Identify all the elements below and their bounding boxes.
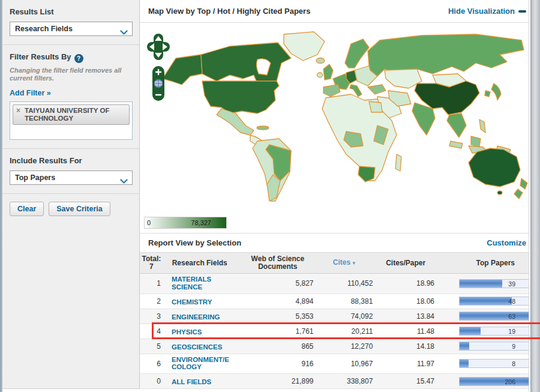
hide-visualization-label: Hide Visualization <box>448 7 515 16</box>
country-malaysia[interactable] <box>449 141 463 148</box>
include-results-dropdown[interactable]: Top Papers <box>10 170 133 185</box>
top-papers-header: Top Papers <box>462 259 529 267</box>
cites-per-paper-cell: 15.47 <box>373 377 434 385</box>
cites-header-sort[interactable]: Cites ▾ <box>314 259 374 267</box>
cites-cell: 88,381 <box>314 297 373 306</box>
documents-cell: 5,353 <box>232 312 314 321</box>
country-new-zealand[interactable] <box>520 178 527 189</box>
field-link[interactable]: PHYSICS <box>172 328 232 336</box>
table-row[interactable]: 2 CHEMISTRY 4,894 88,381 18.06 48 <box>140 294 529 309</box>
chevron-down-icon <box>120 176 128 187</box>
documents-header: Web of Science Documents <box>230 255 314 271</box>
include-results-heading: Include Results For <box>10 156 132 165</box>
sidebar: Results List Research Fields Filter Resu… <box>2 0 140 389</box>
save-criteria-button[interactable]: Save Criteria <box>49 202 110 216</box>
filter-heading-label: Filter Results By <box>10 52 71 61</box>
map-controls <box>147 34 171 103</box>
sidebar-buttons: Clear Save Criteria <box>2 194 139 224</box>
country-usa[interactable] <box>202 81 279 113</box>
country-new-zealand-south[interactable] <box>514 189 523 199</box>
country-turkey[interactable] <box>368 85 386 94</box>
remove-filter-icon[interactable]: × <box>16 107 20 114</box>
country-iceland[interactable] <box>316 58 325 64</box>
country-ireland[interactable] <box>317 73 323 77</box>
include-results-section: Include Results For Top Papers <box>2 149 139 194</box>
country-south-korea[interactable] <box>485 91 490 97</box>
country-australia[interactable] <box>469 148 520 187</box>
cites-per-paper-cell: 18.96 <box>373 279 434 288</box>
table-row[interactable]: 6 ENVIRONMENT/ECOLOGY 916 10,967 11.97 8 <box>140 354 529 375</box>
table-row[interactable]: 5 GEOSCIENCES 865 12,270 14.18 9 <box>140 339 529 354</box>
top-papers-bar-fill <box>460 327 481 335</box>
clear-button[interactable]: Clear <box>10 202 44 216</box>
cites-cell: 20,211 <box>314 327 373 336</box>
cites-header-label: Cites <box>333 258 350 267</box>
cites-cell: 338,807 <box>314 377 373 385</box>
table-row[interactable]: 1 MATERIALS SCIENCE 5,827 110,452 18.96 … <box>140 274 529 294</box>
top-papers-bar[interactable]: 9 <box>459 342 529 351</box>
esi-app-window: Results List Research Fields Filter Resu… <box>0 0 540 392</box>
legend-min-value: 0 <box>147 219 151 226</box>
top-papers-bar[interactable]: 19 <box>459 327 529 336</box>
hide-visualization-link[interactable]: Hide Visualization <box>448 7 526 16</box>
table-row[interactable]: 4 PHYSICS 1,761 20,211 11.48 19 <box>140 324 529 339</box>
top-papers-value: 9 <box>512 343 515 350</box>
results-list-heading: Results List <box>10 7 132 16</box>
rank-cell: 5 <box>142 342 161 351</box>
page-scrollbar[interactable] <box>530 0 540 392</box>
top-papers-bar[interactable]: 39 <box>459 279 529 288</box>
help-icon[interactable]: ? <box>74 54 83 63</box>
top-papers-value: 8 <box>512 360 515 367</box>
report-view-title: Report View by Selection <box>148 238 241 247</box>
cites-cell: 110,452 <box>314 279 373 288</box>
top-papers-value: 19 <box>508 328 515 335</box>
country-greenland[interactable] <box>284 32 325 61</box>
rank-cell: 1 <box>142 279 161 288</box>
country-borneo[interactable] <box>471 136 481 147</box>
field-link[interactable]: ENGINEERING <box>172 313 232 321</box>
region-southeast-asia[interactable] <box>447 113 466 137</box>
world-choropleth-map[interactable] <box>140 23 529 215</box>
field-link[interactable]: MATERIALS SCIENCE <box>172 276 232 291</box>
main-content: Map View by Top / Hot / Highly Cited Pap… <box>140 0 529 392</box>
total-count: 7 <box>142 263 161 271</box>
table-row[interactable]: 3 ENGINEERING 5,353 74,092 13.84 63 <box>140 309 529 324</box>
table-row[interactable]: 0 ALL FIELDS 21,899 338,807 15.47 206 <box>140 374 529 389</box>
documents-cell: 4,894 <box>232 297 314 306</box>
top-papers-bar[interactable]: 48 <box>459 297 529 306</box>
add-filter-link[interactable]: Add Filter » <box>10 89 51 97</box>
filter-tag-label: TAIYUAN UNIVERSITY OF TECHNOLOGY <box>25 107 109 122</box>
country-spain[interactable] <box>323 85 340 97</box>
field-link[interactable]: CHEMISTRY <box>172 298 232 306</box>
top-papers-bar-fill <box>460 378 529 385</box>
top-papers-bar-fill <box>460 280 502 288</box>
minus-icon <box>518 10 526 13</box>
country-uk[interactable] <box>323 64 333 80</box>
country-canada[interactable] <box>201 43 291 83</box>
country-tasmania[interactable] <box>497 191 502 194</box>
top-papers-bar[interactable]: 63 <box>459 312 529 321</box>
map-zoom-control[interactable] <box>152 66 164 101</box>
field-link[interactable]: GEOSCIENCES <box>172 343 232 351</box>
cites-per-paper-cell: 14.18 <box>373 342 434 351</box>
field-link[interactable]: ALL FIELDS <box>172 378 232 386</box>
top-papers-bar[interactable]: 8 <box>459 359 529 368</box>
rank-cell: 6 <box>142 360 161 368</box>
country-philippines[interactable] <box>479 119 485 133</box>
documents-cell: 5,827 <box>232 279 314 288</box>
results-list-dropdown[interactable]: Research Fields <box>10 22 133 36</box>
field-link[interactable]: ENVIRONMENT/ECOLOGY <box>172 356 232 371</box>
region-scandinavia[interactable] <box>345 39 369 68</box>
filter-section: Filter Results By? Changing the filter f… <box>2 45 139 149</box>
filter-tag[interactable]: × TAIYUAN UNIVERSITY OF TECHNOLOGY <box>13 104 130 125</box>
map-pan-control[interactable] <box>147 34 170 61</box>
country-japan[interactable] <box>491 83 501 100</box>
country-cuba[interactable] <box>257 126 269 130</box>
country-egypt[interactable] <box>369 101 382 112</box>
country-madagascar[interactable] <box>395 154 401 171</box>
cites-cell: 10,967 <box>314 360 373 368</box>
top-papers-bar[interactable]: 206 <box>459 377 529 386</box>
chevron-down-icon <box>120 27 128 38</box>
customize-link[interactable]: Customize <box>487 238 526 247</box>
cites-per-paper-cell: 18.06 <box>373 297 434 306</box>
